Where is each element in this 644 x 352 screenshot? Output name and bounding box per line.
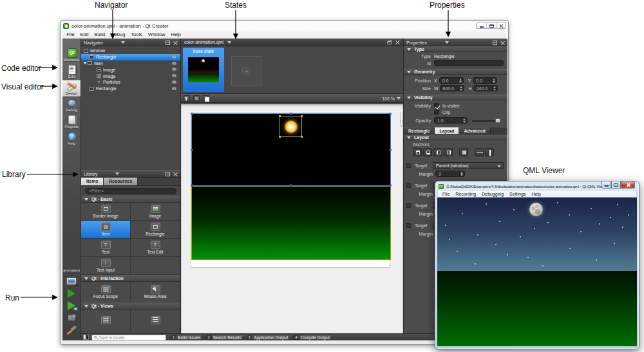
compile-output-button[interactable]: 4 Compile Output bbox=[293, 335, 332, 340]
spin-up-icon[interactable] bbox=[463, 118, 466, 120]
sidebar-toggle-icon[interactable] bbox=[83, 335, 89, 340]
selection-handle[interactable] bbox=[389, 113, 392, 115]
tab-rectangle[interactable]: Rectangle bbox=[404, 127, 435, 134]
section-qt-interaction[interactable]: Qt - Interaction bbox=[81, 275, 180, 282]
library-item-mouse-area[interactable]: Mouse Area bbox=[131, 282, 180, 302]
anchor-enable-checkbox[interactable] bbox=[406, 163, 411, 168]
mode-projects[interactable]: Projects bbox=[62, 113, 80, 130]
tree-item-item[interactable]: Item bbox=[81, 60, 180, 67]
selection-handle[interactable] bbox=[389, 149, 392, 151]
viewer-menu-settings[interactable]: Settings bbox=[507, 192, 529, 196]
visibility-eye-icon[interactable] bbox=[172, 68, 176, 71]
application-output-button[interactable]: 3 Application Output bbox=[247, 335, 290, 340]
build-issues-button[interactable]: 1 Build Issues bbox=[171, 335, 203, 340]
state-base-state[interactable]: base state bbox=[183, 48, 224, 92]
menu-help[interactable]: Help bbox=[168, 32, 184, 37]
library-filter-input[interactable] bbox=[85, 188, 176, 194]
scene-ground-rectangle[interactable] bbox=[191, 186, 391, 260]
selection-handle[interactable] bbox=[389, 184, 392, 187]
library-item-border-image[interactable]: Border Image bbox=[81, 203, 131, 221]
mode-edit[interactable]: Edit bbox=[62, 63, 80, 80]
spin-up-icon[interactable] bbox=[460, 172, 463, 174]
sun-image-selection[interactable] bbox=[279, 116, 302, 137]
anchor-horizontal-center-button[interactable] bbox=[475, 148, 484, 156]
anchor-enable-checkbox[interactable] bbox=[406, 223, 411, 228]
viewer-menu-recording[interactable]: Recording bbox=[453, 192, 480, 196]
anchor-top-button[interactable] bbox=[413, 148, 422, 156]
viewer-menu-file[interactable]: File bbox=[440, 192, 453, 196]
library-item-grid-view[interactable] bbox=[81, 310, 131, 331]
visibility-eye-icon[interactable] bbox=[172, 80, 176, 84]
search-results-button[interactable]: 2 Search Results bbox=[205, 335, 243, 340]
visibility-eye-icon[interactable] bbox=[172, 87, 176, 90]
spin-down-icon[interactable] bbox=[459, 81, 462, 83]
library-dropdown-icon[interactable] bbox=[115, 172, 119, 175]
target-combo[interactable]: Parent (window) bbox=[433, 162, 504, 169]
selection-handle[interactable] bbox=[290, 113, 292, 115]
spin-up-icon[interactable] bbox=[459, 79, 462, 80]
anchor-enable-checkbox[interactable] bbox=[406, 183, 411, 188]
anchor-vertical-center-button[interactable] bbox=[485, 148, 494, 156]
mode-help[interactable]: Help bbox=[62, 130, 80, 147]
anchor-fill-button[interactable] bbox=[459, 148, 468, 156]
maximize-button[interactable] bbox=[486, 23, 496, 28]
tree-item-rectangle-2[interactable]: Rectangle bbox=[81, 86, 180, 92]
spin-up-icon[interactable] bbox=[493, 79, 495, 80]
tree-item-window[interactable]: window bbox=[81, 48, 180, 54]
properties-close-button[interactable] bbox=[500, 41, 505, 45]
selection-handle[interactable] bbox=[301, 136, 303, 138]
snapping-tool-button[interactable] bbox=[193, 95, 200, 102]
document-tab[interactable]: color-animation.qml bbox=[184, 40, 223, 44]
spin-up-icon[interactable] bbox=[493, 86, 496, 88]
size-h-spinbox[interactable]: 240.0 bbox=[473, 85, 498, 91]
position-y-spinbox[interactable]: 0.0 bbox=[473, 77, 497, 84]
menu-file[interactable]: File bbox=[64, 32, 77, 37]
visibility-eye-icon[interactable] bbox=[172, 74, 176, 77]
section-geometry[interactable]: Geometry bbox=[404, 69, 507, 75]
position-x-spinbox[interactable]: 0.0 bbox=[439, 77, 464, 84]
spin-arrows-icon[interactable] bbox=[459, 171, 464, 176]
analyze-button[interactable] bbox=[62, 313, 80, 323]
section-qt-views[interactable]: Qt - Views bbox=[81, 302, 180, 310]
viewer-maximize-button[interactable] bbox=[611, 181, 621, 189]
is-visible-checkbox[interactable] bbox=[434, 103, 439, 108]
spin-down-icon[interactable] bbox=[493, 89, 496, 91]
form-editor-canvas[interactable] bbox=[181, 104, 403, 333]
library-item-text-edit[interactable]: T Text Edit bbox=[131, 239, 180, 257]
selection-handle[interactable] bbox=[191, 113, 193, 115]
library-item-focus-scope[interactable]: Focus Scope bbox=[81, 282, 131, 302]
minimize-button[interactable] bbox=[477, 23, 486, 28]
add-state-button[interactable] bbox=[231, 56, 261, 86]
selection-handle[interactable] bbox=[290, 184, 292, 187]
size-w-spinbox[interactable]: 640.0 bbox=[440, 85, 464, 91]
tree-item-image-2[interactable]: Image bbox=[81, 73, 180, 79]
spin-arrows-icon[interactable] bbox=[491, 78, 496, 83]
run-debug-button[interactable] bbox=[62, 301, 80, 311]
document-close-button[interactable] bbox=[395, 40, 400, 44]
creator-title-bar[interactable]: color-animation.qml - animation - Qt Cre… bbox=[63, 22, 473, 30]
spin-arrows-icon[interactable] bbox=[458, 78, 462, 83]
viewer-close-button[interactable] bbox=[621, 181, 635, 189]
tab-resources[interactable]: Resources bbox=[104, 178, 138, 185]
navigator-dropdown-icon[interactable] bbox=[121, 41, 125, 44]
section-layout[interactable]: Layout bbox=[404, 134, 507, 140]
spin-down-icon[interactable] bbox=[460, 174, 463, 176]
section-type[interactable]: Type bbox=[404, 46, 507, 52]
zoom-selector[interactable]: 100 % bbox=[382, 97, 401, 101]
navigator-split-button[interactable] bbox=[166, 41, 170, 45]
menu-edit[interactable]: Edit bbox=[77, 32, 91, 37]
selection-handle[interactable] bbox=[191, 184, 193, 187]
tree-item-image-1[interactable]: Image bbox=[81, 66, 180, 73]
bounding-rect-tool-button[interactable] bbox=[203, 95, 209, 102]
navigator-close-button[interactable] bbox=[173, 41, 178, 45]
spin-down-icon[interactable] bbox=[493, 81, 495, 83]
build-button[interactable] bbox=[62, 325, 80, 335]
tab-items[interactable]: Items bbox=[81, 178, 104, 185]
opacity-spinbox[interactable]: 1.0 bbox=[434, 117, 468, 124]
library-close-button[interactable] bbox=[173, 172, 178, 176]
spin-arrows-icon[interactable] bbox=[492, 86, 497, 91]
selection-handle[interactable] bbox=[301, 115, 303, 117]
menu-build[interactable]: Build bbox=[91, 32, 108, 37]
library-item-list-view[interactable] bbox=[131, 310, 180, 331]
library-item-text[interactable]: T Text bbox=[81, 239, 131, 257]
